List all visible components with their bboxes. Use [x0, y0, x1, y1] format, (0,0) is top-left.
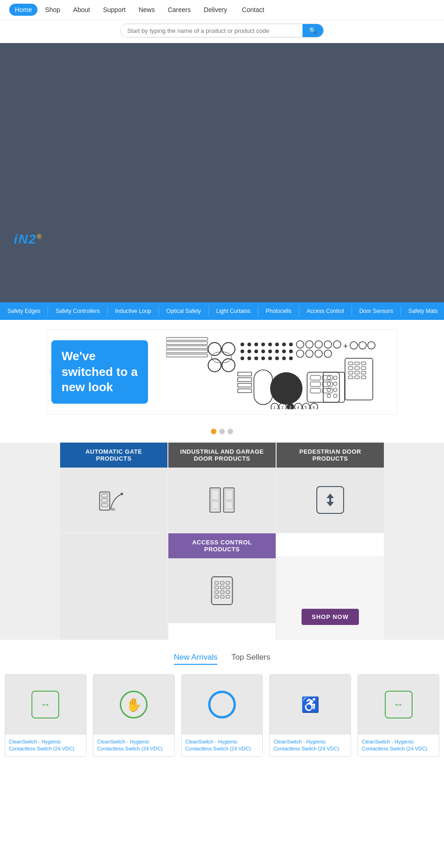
- svg-rect-96: [102, 499, 108, 502]
- search-wrap: 🔍: [120, 24, 324, 37]
- svg-point-87: [333, 376, 337, 380]
- cat-optical-safety[interactable]: Optical Safety: [159, 306, 209, 316]
- product-card-2[interactable]: ✋ CleanSwitch - Hygienic Contactless Swi…: [93, 674, 175, 757]
- cat-safety-mats[interactable]: Safety Mats: [401, 306, 444, 316]
- product-card-1-title: CleanSwitch - Hygienic Contactless Switc…: [5, 735, 86, 756]
- cat-safety-controllers[interactable]: Safety Controllers: [48, 306, 107, 316]
- directional-arrows: [322, 492, 339, 508]
- brand-logo: iN2®: [14, 232, 43, 247]
- nav-home[interactable]: Home: [9, 4, 37, 16]
- shop-now-cell: SHOP NOW: [277, 533, 384, 640]
- cat-gate-header[interactable]: AUTOMATIC GATE PRODUCTS: [60, 443, 167, 468]
- svg-point-10: [240, 343, 244, 346]
- products-row: ↔ CleanSwitch - Hygienic Contactless Swi…: [0, 669, 444, 766]
- shop-now-btn-area: SHOP NOW: [277, 593, 384, 640]
- cat-inductive-loop[interactable]: Inductive Loop: [108, 306, 159, 316]
- svg-rect-97: [102, 504, 108, 507]
- svg-point-15: [275, 343, 279, 346]
- switch-arrow-icon-5: ↔: [385, 691, 413, 718]
- cat-door-sensors[interactable]: Door Sensors: [352, 306, 401, 316]
- svg-point-19: [247, 350, 251, 353]
- svg-rect-117: [226, 591, 230, 593]
- product-card-5-title: CleanSwitch - Hygienic Contactless Switc…: [358, 735, 439, 756]
- svg-rect-95: [102, 494, 108, 497]
- cat-access-control[interactable]: Access Control: [299, 306, 352, 316]
- nav-delivery[interactable]: Delivery: [198, 4, 233, 16]
- svg-rect-61: [238, 378, 252, 381]
- navigation: Home Shop About Support News Careers Del…: [0, 0, 444, 20]
- svg-rect-111: [226, 581, 230, 584]
- switch-wheelchair-icon-4: ♿: [296, 691, 324, 718]
- cat-gate-image[interactable]: [60, 468, 167, 532]
- svg-point-5: [208, 343, 221, 356]
- switched-line3: new look: [62, 380, 138, 395]
- svg-point-38: [333, 341, 341, 348]
- svg-point-35: [306, 341, 313, 348]
- nav-news[interactable]: News: [133, 4, 160, 16]
- search-button[interactable]: 🔍: [302, 24, 323, 37]
- svg-point-21: [261, 350, 265, 353]
- svg-point-30: [268, 356, 272, 360]
- svg-point-18: [240, 350, 244, 353]
- svg-text:1: 1: [273, 405, 276, 409]
- nav-shop[interactable]: Shop: [39, 4, 66, 16]
- cat-access-image[interactable]: [168, 558, 276, 623]
- category-bar: Safety Edges Safety Controllers Inductiv…: [0, 302, 444, 320]
- svg-point-11: [247, 343, 251, 346]
- nav-support[interactable]: Support: [98, 4, 131, 16]
- slider-dot-2[interactable]: [219, 429, 225, 434]
- svg-rect-109: [215, 581, 219, 584]
- product-card-1[interactable]: ↔ CleanSwitch - Hygienic Contactless Swi…: [5, 674, 86, 757]
- slider-dots: [0, 424, 444, 443]
- switched-line1: We've: [62, 349, 138, 364]
- svg-point-45: [359, 342, 366, 349]
- svg-point-88: [327, 382, 331, 386]
- svg-point-41: [315, 350, 322, 357]
- product-card-4[interactable]: ♿ CleanSwitch - Hygienic Contactless Swi…: [269, 674, 351, 757]
- slider-dot-3[interactable]: [228, 429, 233, 434]
- svg-point-42: [324, 350, 332, 357]
- svg-point-99: [121, 493, 123, 495]
- svg-rect-62: [238, 383, 252, 387]
- cat-industrial-header[interactable]: INDUSTRIAL AND GARAGE DOOR PRODUCTS: [168, 443, 276, 468]
- tab-new-arrivals[interactable]: New Arrivals: [174, 651, 217, 665]
- product-card-5[interactable]: ↔ CleanSwitch - Hygienic Contactless Swi…: [358, 674, 439, 757]
- svg-point-28: [254, 356, 258, 360]
- svg-point-9: [211, 352, 232, 363]
- nav-contact[interactable]: Contact: [236, 4, 270, 16]
- cat-access-header[interactable]: ACCESS CONTROL PRODUCTS: [168, 533, 276, 558]
- svg-marker-107: [327, 498, 334, 506]
- nav-careers[interactable]: Careers: [162, 4, 197, 16]
- switched-line2: switched to a: [62, 364, 138, 380]
- cat-pedestrian-image[interactable]: [277, 468, 384, 532]
- svg-point-27: [247, 356, 251, 360]
- cat-pedestrian-header[interactable]: PEDESTRIAN DOOR PRODUCTS: [277, 443, 384, 468]
- cat-light-curtains[interactable]: Light Curtains: [209, 306, 259, 316]
- slider-dot-1[interactable]: [211, 429, 216, 434]
- svg-rect-1: [166, 342, 208, 344]
- svg-rect-94: [99, 492, 110, 510]
- shop-now-button[interactable]: SHOP NOW: [302, 609, 359, 625]
- svg-text:3: 3: [289, 405, 291, 409]
- svg-point-92: [327, 394, 331, 398]
- svg-point-12: [254, 343, 258, 346]
- nav-about[interactable]: About: [68, 4, 96, 16]
- product-card-3[interactable]: CleanSwitch - Hygienic Contactless Switc…: [181, 674, 263, 757]
- svg-rect-57: [348, 376, 353, 379]
- svg-rect-3: [166, 350, 208, 353]
- svg-point-44: [350, 342, 358, 349]
- gate-icon: [98, 484, 130, 516]
- svg-point-13: [261, 343, 265, 346]
- svg-rect-112: [215, 586, 219, 589]
- svg-point-29: [261, 356, 265, 360]
- search-input[interactable]: [121, 24, 302, 37]
- cat-safety-edges[interactable]: Safety Edges: [0, 306, 48, 316]
- cat-photocells[interactable]: Photocells: [259, 306, 299, 316]
- cat-industrial-image[interactable]: [168, 468, 276, 532]
- svg-rect-54: [348, 371, 353, 374]
- svg-rect-60: [238, 372, 252, 376]
- product-category-grid: AUTOMATIC GATE PRODUCTS INDUSTRIAL AND G…: [0, 443, 444, 640]
- cat-gate-cell: AUTOMATIC GATE PRODUCTS: [60, 443, 167, 532]
- tab-top-sellers[interactable]: Top Sellers: [231, 651, 270, 665]
- svg-rect-81: [310, 382, 321, 387]
